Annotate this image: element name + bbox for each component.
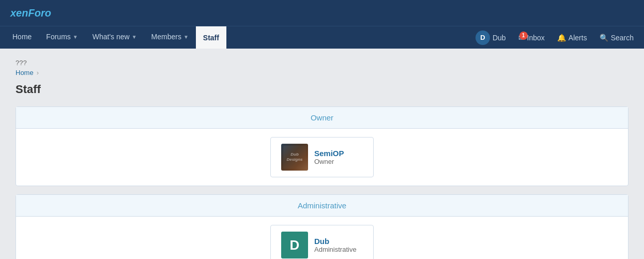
nav-item-whats-new[interactable]: What's new ▼: [85, 26, 144, 49]
avatar-dub: D: [281, 232, 308, 258]
nav-left: Home Forums ▼ What's new ▼ Members ▼ Sta…: [5, 26, 470, 49]
administrative-section-body: D Dub Administrative: [16, 217, 628, 259]
logo[interactable]: xenForo: [10, 7, 51, 19]
staff-name-dub: Dub: [314, 237, 357, 246]
owner-section-body: DubDesigns SemiOP Owner: [16, 129, 628, 186]
header: xenForo: [0, 0, 644, 26]
breadcrumb: Home ›: [16, 69, 628, 77]
alerts-button[interactable]: 🔔 Alerts: [552, 26, 592, 49]
search-button[interactable]: 🔍 Search: [594, 26, 639, 49]
chevron-down-icon: ▼: [183, 34, 189, 40]
alerts-label: Alerts: [569, 34, 587, 42]
owner-section-header: Owner: [16, 107, 628, 129]
navigation: Home Forums ▼ What's new ▼ Members ▼ Sta…: [0, 26, 644, 49]
administrative-section: Administrative D Dub Administrative: [16, 194, 628, 259]
staff-name-semiop: SemiOP: [314, 149, 344, 158]
breadcrumb-home[interactable]: Home: [16, 69, 34, 77]
inbox-icon-wrapper: ✉ 1: [518, 34, 525, 42]
staff-info-semiop: SemiOP Owner: [314, 149, 344, 165]
administrative-section-header: Administrative: [16, 195, 628, 217]
username-label: Dub: [493, 34, 506, 42]
nav-item-members[interactable]: Members ▼: [144, 26, 196, 49]
chevron-down-icon: ▼: [73, 34, 78, 40]
inbox-button[interactable]: ✉ 1 Inbox: [513, 26, 550, 49]
nav-item-forums[interactable]: Forums ▼: [39, 26, 85, 49]
owner-section: Owner DubDesigns SemiOP Owner: [16, 106, 628, 186]
avatar: D: [476, 31, 490, 45]
bell-icon: 🔔: [557, 34, 566, 42]
nav-item-home[interactable]: Home: [5, 26, 39, 49]
inbox-badge: 1: [519, 32, 528, 40]
user-menu[interactable]: D Dub: [470, 26, 511, 49]
staff-card-dub[interactable]: D Dub Administrative: [270, 225, 374, 259]
nav-item-staff[interactable]: Staff: [196, 26, 226, 49]
avatar-semiop: DubDesigns: [281, 144, 308, 171]
page-title: Staff: [16, 83, 628, 96]
staff-info-dub: Dub Administrative: [314, 237, 357, 253]
chevron-down-icon: ▼: [132, 34, 137, 40]
semiop-avatar-text: DubDesigns: [286, 152, 302, 162]
nav-right: D Dub ✉ 1 Inbox 🔔 Alerts 🔍 Search: [470, 26, 639, 49]
staff-role-dub: Administrative: [314, 246, 357, 253]
search-icon: 🔍: [600, 34, 608, 42]
main-content: ??? Home › Staff Owner DubDesigns SemiOP…: [0, 49, 644, 259]
breadcrumb-separator: ›: [37, 69, 39, 77]
logo-text: xenForo: [10, 7, 51, 19]
search-label: Search: [611, 34, 634, 42]
staff-card-semiop[interactable]: DubDesigns SemiOP Owner: [270, 137, 374, 177]
inbox-label: Inbox: [527, 34, 545, 42]
site-name: ???: [16, 59, 628, 67]
staff-role-semiop: Owner: [314, 158, 344, 165]
